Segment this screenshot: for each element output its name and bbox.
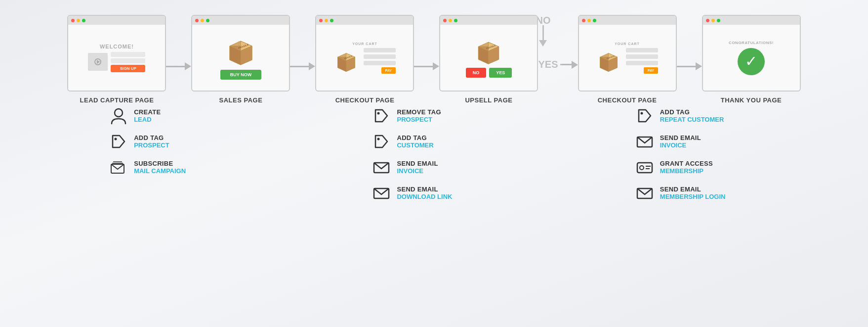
connector-arrow-2 [309, 62, 315, 70]
connector-line-5 [677, 66, 696, 67]
play-triangle [97, 60, 100, 64]
upsell-group: FRAGILE NO YES UPSELL PAGE [439, 15, 538, 104]
page-node-upsell: FRAGILE NO YES UPSELL PAGE [439, 15, 538, 104]
action-value-login: MEMBERSHIP LOGIN [660, 193, 726, 200]
lead-page-content: WELCOME! SIGN UP [72, 44, 161, 72]
email-svg-3 [636, 133, 654, 150]
field-1 [364, 48, 396, 52]
pages-flow: WELCOME! SIGN UP [10, 10, 858, 104]
content-lead: WELCOME! SIGN UP [68, 25, 165, 91]
checkout2-with-arrow: YOUR CART FRAGILE [578, 15, 677, 104]
titlebar-checkout1 [316, 16, 413, 25]
dot-yellow-t [711, 19, 715, 22]
dot-red-t [706, 19, 709, 22]
action-col-2: REMOVE TAG PROSPECT ADD TAG CUSTOMER [372, 106, 496, 202]
checkout1-fields: PAY [364, 48, 396, 74]
thankyou-page-content: CONGRATULATIONS! ✓ [729, 41, 774, 75]
tag-icon-3 [372, 132, 391, 151]
action-text-remove-tag: REMOVE TAG PROSPECT [397, 108, 441, 123]
email-svg-4 [636, 184, 654, 202]
play-btn [94, 58, 101, 65]
action-value-prospect-2: PROSPECT [397, 116, 441, 123]
arrow-5 [677, 62, 702, 104]
action-label-subscribe: SUBSCRIBE [134, 160, 186, 167]
action-value-invoice-2: INVOICE [397, 167, 438, 175]
congrats-text: CONGRATULATIONS! [729, 41, 774, 45]
titlebar-upsell [440, 16, 537, 25]
svg-point-34 [640, 112, 643, 115]
actions-section: CREATE LEAD ADD TAG PROSPECT [10, 104, 858, 202]
action-text-grant: GRANT ACCESS MEMBERSHIP [660, 160, 713, 175]
upsell-buttons: NO YES [466, 68, 512, 78]
dot-red-s [195, 19, 199, 22]
upsell-page-content: FRAGILE NO YES [466, 38, 512, 78]
no-button[interactable]: NO [466, 68, 487, 78]
browser-upsell: FRAGILE NO YES [439, 15, 538, 92]
email-icon-3 [635, 132, 654, 151]
yes-connector: YES [538, 59, 578, 70]
form-fields: SIGN UP [111, 52, 145, 72]
tag-icon-2 [372, 106, 391, 125]
dot-green-c1 [330, 19, 333, 22]
page-label-lead: LEAD CAPTURE PAGE [80, 96, 154, 104]
tag-svg-3 [372, 133, 390, 150]
page-label-upsell: UPSELL PAGE [465, 96, 512, 104]
titlebar-lead [68, 16, 165, 25]
tag-svg-1 [110, 133, 127, 150]
card-svg [636, 158, 654, 176]
pay-button-1[interactable]: PAY [381, 67, 396, 74]
c2-field-1 [626, 48, 658, 52]
action-grant-access: GRANT ACCESS MEMBERSHIP [635, 158, 759, 177]
content-checkout1: YOUR CART FRAGILE [316, 25, 413, 91]
box-svg-c1: FRAGILE [334, 49, 359, 73]
action-label-repeat: ADD TAG [660, 108, 724, 116]
connector-arrow-5 [696, 62, 702, 70]
action-send-email-login: SEND EMAIL MEMBERSHIP LOGIN [635, 184, 759, 202]
email-icon-1 [372, 158, 391, 177]
dot-green [82, 19, 85, 22]
action-text-add-customer: ADD TAG CUSTOMER [397, 134, 433, 149]
action-label-tag-1: ADD TAG [134, 134, 169, 141]
page-label-checkout1: CHECKOUT PAGE [335, 96, 395, 104]
action-value-customer: CUSTOMER [397, 141, 433, 149]
signup-button[interactable]: SIGN UP [111, 65, 145, 72]
action-text-email-invoice-2: SEND EMAIL INVOICE [397, 160, 438, 175]
box-svg-sales: FRAGILE [225, 36, 257, 66]
arrow-3 [414, 62, 439, 104]
yes-button[interactable]: YES [489, 68, 512, 78]
no-arrow [539, 40, 547, 47]
person-icon [109, 106, 128, 125]
action-label-send-email-3: SEND EMAIL [660, 134, 701, 141]
action-add-tag-repeat: ADD TAG REPEAT CUSTOMER [635, 106, 759, 125]
dot-red-c2 [582, 19, 585, 22]
pay-button-2[interactable]: PAY [644, 67, 658, 74]
action-value-repeat: REPEAT CUSTOMER [660, 116, 724, 123]
titlebar-sales [192, 16, 289, 25]
connector-line-3 [414, 66, 433, 67]
buy-now-button[interactable]: BUY NOW [220, 70, 261, 80]
action-send-email-download: SEND EMAIL DOWNLOAD LINK [372, 184, 496, 202]
action-text-create-lead: CREATE LEAD [134, 108, 161, 123]
email-icon-2 [372, 184, 391, 202]
svg-point-31 [377, 138, 380, 140]
connector-line-2 [290, 66, 309, 67]
action-subscribe: SUBSCRIBE MAIL CAMPAIGN [109, 158, 233, 177]
tag-icon-4 [635, 106, 654, 125]
email-svg-1 [372, 158, 390, 176]
action-send-email-invoice-2: SEND EMAIL INVOICE [372, 158, 496, 177]
action-label-add-customer: ADD TAG [397, 134, 433, 141]
dot-green-t [717, 19, 720, 22]
action-value-invoice-3: INVOICE [660, 141, 701, 149]
upsell-branch-area: NO YES [538, 15, 578, 104]
check-mark: ✓ [745, 54, 757, 69]
action-label-create: CREATE [134, 108, 161, 116]
tag-icon-1 [109, 132, 128, 151]
page-label-sales: SALES PAGE [219, 96, 263, 104]
person-svg [110, 107, 127, 125]
main-layout: WELCOME! SIGN UP [0, 0, 868, 327]
action-value-lead: LEAD [134, 116, 161, 123]
page-node-lead: WELCOME! SIGN UP [67, 15, 166, 104]
dot-yellow [77, 19, 80, 22]
checkout2-inner: FRAGILE PAY [596, 48, 658, 74]
dot-red-u [443, 19, 447, 22]
